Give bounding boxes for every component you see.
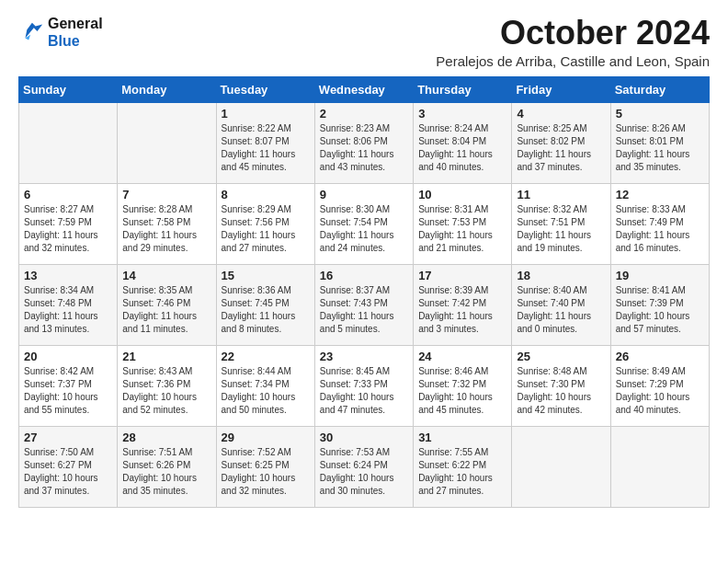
day-number: 21: [122, 350, 210, 363]
day-info: Sunrise: 8:29 AM Sunset: 7:56 PM Dayligh…: [222, 203, 310, 255]
day-number: 17: [418, 269, 506, 282]
day-number: 2: [320, 107, 408, 121]
calendar-week-row: 20Sunrise: 8:42 AM Sunset: 7:37 PM Dayli…: [19, 345, 710, 426]
calendar-day-6: 6Sunrise: 8:27 AM Sunset: 7:59 PM Daylig…: [19, 183, 118, 264]
header: General Blue October 2024 Peralejos de A…: [18, 15, 710, 69]
day-number: 25: [517, 350, 605, 363]
location-subtitle: Peralejos de Arriba, Castille and Leon, …: [436, 53, 710, 69]
calendar-day-19: 19Sunrise: 8:41 AM Sunset: 7:39 PM Dayli…: [610, 264, 709, 345]
day-number: 8: [222, 188, 310, 201]
weekday-header-row: SundayMondayTuesdayWednesdayThursdayFrid…: [19, 76, 710, 102]
day-number: 28: [122, 431, 210, 444]
day-info: Sunrise: 8:49 AM Sunset: 7:29 PM Dayligh…: [616, 365, 704, 417]
day-info: Sunrise: 8:23 AM Sunset: 8:06 PM Dayligh…: [320, 122, 408, 174]
day-number: 31: [418, 431, 506, 444]
day-number: 1: [222, 107, 310, 121]
calendar-empty-cell: [610, 426, 709, 507]
day-number: 24: [418, 350, 506, 363]
day-info: Sunrise: 8:27 AM Sunset: 7:59 PM Dayligh…: [24, 203, 112, 255]
day-number: 7: [122, 188, 210, 201]
calendar-day-13: 13Sunrise: 8:34 AM Sunset: 7:48 PM Dayli…: [19, 264, 118, 345]
day-info: Sunrise: 8:34 AM Sunset: 7:48 PM Dayligh…: [24, 284, 112, 336]
day-info: Sunrise: 8:32 AM Sunset: 7:51 PM Dayligh…: [517, 203, 605, 255]
day-number: 3: [418, 107, 506, 121]
calendar-week-row: 1Sunrise: 8:22 AM Sunset: 8:07 PM Daylig…: [19, 102, 710, 183]
day-info: Sunrise: 8:41 AM Sunset: 7:39 PM Dayligh…: [616, 284, 704, 336]
weekday-header-tuesday: Tuesday: [216, 76, 314, 102]
calendar-day-1: 1Sunrise: 8:22 AM Sunset: 8:07 PM Daylig…: [216, 102, 314, 183]
day-info: Sunrise: 8:44 AM Sunset: 7:34 PM Dayligh…: [222, 365, 310, 417]
calendar-day-16: 16Sunrise: 8:37 AM Sunset: 7:43 PM Dayli…: [314, 264, 413, 345]
calendar-day-25: 25Sunrise: 8:48 AM Sunset: 7:30 PM Dayli…: [512, 345, 610, 426]
calendar-empty-cell: [512, 426, 610, 507]
day-info: Sunrise: 8:37 AM Sunset: 7:43 PM Dayligh…: [320, 284, 408, 336]
weekday-header-monday: Monday: [118, 76, 216, 102]
title-area: October 2024 Peralejos de Arriba, Castil…: [436, 15, 710, 69]
svg-marker-0: [25, 23, 42, 39]
day-number: 4: [517, 107, 605, 121]
weekday-header-wednesday: Wednesday: [314, 76, 413, 102]
calendar-day-18: 18Sunrise: 8:40 AM Sunset: 7:40 PM Dayli…: [512, 264, 610, 345]
day-info: Sunrise: 8:24 AM Sunset: 8:04 PM Dayligh…: [418, 122, 506, 174]
calendar-day-12: 12Sunrise: 8:33 AM Sunset: 7:49 PM Dayli…: [610, 183, 709, 264]
day-number: 6: [24, 188, 112, 201]
calendar-day-27: 27Sunrise: 7:50 AM Sunset: 6:27 PM Dayli…: [19, 426, 118, 507]
day-info: Sunrise: 8:28 AM Sunset: 7:58 PM Dayligh…: [122, 203, 210, 255]
calendar-week-row: 27Sunrise: 7:50 AM Sunset: 6:27 PM Dayli…: [19, 426, 710, 507]
day-number: 23: [320, 350, 408, 363]
day-info: Sunrise: 7:51 AM Sunset: 6:26 PM Dayligh…: [122, 446, 210, 498]
day-number: 12: [616, 188, 704, 201]
day-number: 15: [222, 269, 310, 282]
day-info: Sunrise: 7:55 AM Sunset: 6:22 PM Dayligh…: [418, 446, 506, 498]
calendar-day-29: 29Sunrise: 7:52 AM Sunset: 6:25 PM Dayli…: [216, 426, 314, 507]
day-info: Sunrise: 7:53 AM Sunset: 6:24 PM Dayligh…: [320, 446, 408, 498]
day-number: 29: [222, 431, 310, 444]
day-number: 10: [418, 188, 506, 201]
day-info: Sunrise: 8:36 AM Sunset: 7:45 PM Dayligh…: [222, 284, 310, 336]
day-info: Sunrise: 7:52 AM Sunset: 6:25 PM Dayligh…: [222, 446, 310, 498]
day-info: Sunrise: 8:31 AM Sunset: 7:53 PM Dayligh…: [418, 203, 506, 255]
calendar-empty-cell: [19, 102, 118, 183]
calendar-day-20: 20Sunrise: 8:42 AM Sunset: 7:37 PM Dayli…: [19, 345, 118, 426]
calendar-empty-cell: [118, 102, 216, 183]
calendar-day-8: 8Sunrise: 8:29 AM Sunset: 7:56 PM Daylig…: [216, 183, 314, 264]
calendar-day-4: 4Sunrise: 8:25 AM Sunset: 8:02 PM Daylig…: [512, 102, 610, 183]
calendar-day-5: 5Sunrise: 8:26 AM Sunset: 8:01 PM Daylig…: [610, 102, 709, 183]
calendar-day-7: 7Sunrise: 8:28 AM Sunset: 7:58 PM Daylig…: [118, 183, 216, 264]
day-info: Sunrise: 7:50 AM Sunset: 6:27 PM Dayligh…: [24, 446, 112, 498]
day-number: 13: [24, 269, 112, 282]
calendar-day-24: 24Sunrise: 8:46 AM Sunset: 7:32 PM Dayli…: [414, 345, 512, 426]
day-number: 11: [517, 188, 605, 201]
day-number: 14: [122, 269, 210, 282]
calendar-week-row: 6Sunrise: 8:27 AM Sunset: 7:59 PM Daylig…: [19, 183, 710, 264]
day-number: 18: [517, 269, 605, 282]
day-info: Sunrise: 8:30 AM Sunset: 7:54 PM Dayligh…: [320, 203, 408, 255]
calendar-day-21: 21Sunrise: 8:43 AM Sunset: 7:36 PM Dayli…: [118, 345, 216, 426]
day-number: 26: [616, 350, 704, 363]
calendar-day-9: 9Sunrise: 8:30 AM Sunset: 7:54 PM Daylig…: [314, 183, 413, 264]
weekday-header-thursday: Thursday: [414, 76, 512, 102]
day-number: 20: [24, 350, 112, 363]
calendar-day-23: 23Sunrise: 8:45 AM Sunset: 7:33 PM Dayli…: [314, 345, 413, 426]
calendar-day-15: 15Sunrise: 8:36 AM Sunset: 7:45 PM Dayli…: [216, 264, 314, 345]
calendar-table: SundayMondayTuesdayWednesdayThursdayFrid…: [18, 76, 710, 508]
calendar-day-30: 30Sunrise: 7:53 AM Sunset: 6:24 PM Dayli…: [314, 426, 413, 507]
day-info: Sunrise: 8:45 AM Sunset: 7:33 PM Dayligh…: [320, 365, 408, 417]
day-number: 16: [320, 269, 408, 282]
calendar-week-row: 13Sunrise: 8:34 AM Sunset: 7:48 PM Dayli…: [19, 264, 710, 345]
day-number: 9: [320, 188, 408, 201]
day-info: Sunrise: 8:25 AM Sunset: 8:02 PM Dayligh…: [517, 122, 605, 174]
calendar-day-2: 2Sunrise: 8:23 AM Sunset: 8:06 PM Daylig…: [314, 102, 413, 183]
month-title: October 2024: [436, 15, 710, 52]
day-info: Sunrise: 8:35 AM Sunset: 7:46 PM Dayligh…: [122, 284, 210, 336]
day-info: Sunrise: 8:39 AM Sunset: 7:42 PM Dayligh…: [418, 284, 506, 336]
day-info: Sunrise: 8:40 AM Sunset: 7:40 PM Dayligh…: [517, 284, 605, 336]
calendar-day-28: 28Sunrise: 7:51 AM Sunset: 6:26 PM Dayli…: [118, 426, 216, 507]
calendar-day-11: 11Sunrise: 8:32 AM Sunset: 7:51 PM Dayli…: [512, 183, 610, 264]
day-number: 30: [320, 431, 408, 444]
calendar-day-17: 17Sunrise: 8:39 AM Sunset: 7:42 PM Dayli…: [414, 264, 512, 345]
day-number: 5: [616, 107, 704, 121]
day-number: 22: [222, 350, 310, 363]
weekday-header-friday: Friday: [512, 76, 610, 102]
calendar-day-22: 22Sunrise: 8:44 AM Sunset: 7:34 PM Dayli…: [216, 345, 314, 426]
